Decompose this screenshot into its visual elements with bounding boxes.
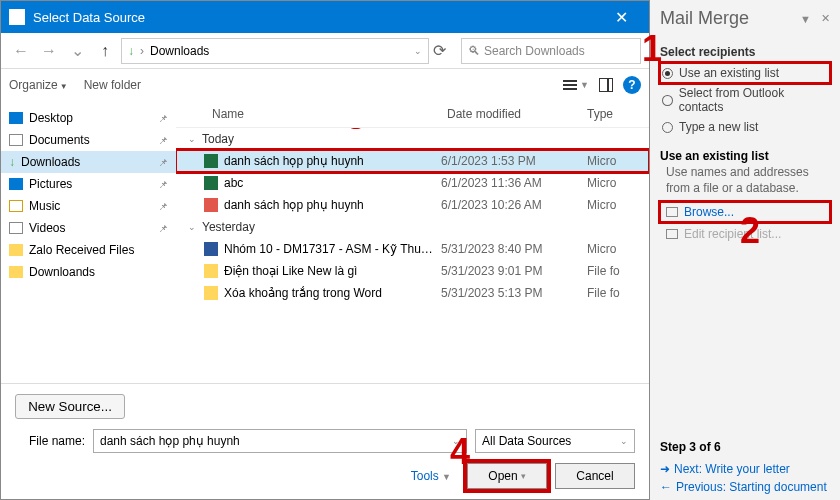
toolbar: Organize▼ New folder ▼ ?	[1, 69, 649, 101]
chevron-down-icon: ⌄	[188, 134, 196, 144]
titlebar: Select Data Source ✕	[1, 1, 649, 33]
file-icon	[204, 286, 218, 300]
sidebar-item[interactable]: Downloands	[1, 261, 176, 283]
radio-icon	[662, 95, 673, 106]
up-button[interactable]: ↑	[93, 39, 117, 63]
radio-group: Use an existing listSelect from Outlook …	[660, 63, 830, 137]
browse-link[interactable]: Browse...	[660, 202, 830, 222]
file-row[interactable]: Điện thoại Like New là gì5/31/2023 9:01 …	[176, 260, 649, 282]
file-icon	[204, 242, 218, 256]
filename-label: File name:	[15, 434, 85, 448]
preview-button[interactable]	[599, 78, 613, 92]
file-row[interactable]: Nhóm 10 - DM17317 - ASM - Kỹ Thuật p...5…	[176, 238, 649, 260]
help-button[interactable]: ?	[623, 76, 641, 94]
filter-select[interactable]: All Data Sources⌄	[475, 429, 635, 453]
file-icon	[204, 176, 218, 190]
radio-icon	[662, 68, 673, 79]
file-group-header[interactable]: ⌄Yesterday	[176, 216, 649, 238]
search-input[interactable]: 🔍︎ Search Downloads	[461, 38, 641, 64]
content-area: Desktop📌︎Documents📌︎↓Downloads📌︎Pictures…	[1, 101, 649, 383]
chevron-down-icon: ⌄	[188, 222, 196, 232]
file-list: 3 ⌄Todaydanh sách họp phụ huynh6/1/2023 …	[176, 128, 649, 383]
app-icon	[9, 9, 25, 25]
existing-list-heading: Use an existing list	[660, 149, 830, 163]
sidebar-item[interactable]: Videos📌︎	[1, 217, 176, 239]
open-button[interactable]: Open ▾	[467, 463, 547, 489]
panel-title: Mail Merge	[660, 8, 749, 29]
panel-header: Mail Merge ▼ ✕	[660, 4, 830, 39]
radio-option[interactable]: Select from Outlook contacts	[660, 83, 830, 117]
folder-icon	[9, 134, 23, 146]
file-row[interactable]: danh sách họp phụ huynh6/1/2023 10:26 AM…	[176, 194, 649, 216]
breadcrumb-text: Downloads	[150, 44, 209, 58]
edit-recipient-link[interactable]: Edit recipient list...	[660, 224, 830, 244]
filename-input[interactable]: danh sách họp phụ huynh⌄	[93, 429, 467, 453]
organize-button[interactable]: Organize▼	[9, 78, 68, 92]
file-icon	[204, 154, 218, 168]
folder-icon	[9, 222, 23, 234]
new-folder-button[interactable]: New folder	[84, 78, 141, 92]
file-row[interactable]: danh sách họp phụ huynh6/1/2023 1:53 PMM…	[176, 150, 649, 172]
chevron-down-icon[interactable]: ⌄	[414, 46, 422, 56]
col-date[interactable]: Date modified	[447, 107, 587, 121]
view-button[interactable]: ▼	[563, 80, 589, 90]
file-area: Name Date modified Type 3 ⌄Todaydanh sác…	[176, 101, 649, 383]
download-icon: ↓	[9, 155, 15, 169]
pin-icon: 📌︎	[158, 179, 168, 190]
folder-icon	[9, 200, 23, 212]
recipients-heading: Select recipients	[660, 45, 830, 59]
pin-icon: 📌︎	[158, 201, 168, 212]
chevron-down-icon[interactable]: ⌄	[65, 39, 89, 63]
sidebar-item[interactable]: ↓Downloads📌︎	[1, 151, 176, 173]
pin-icon: 📌︎	[158, 157, 168, 168]
help-text: Use names and addresses from a file or a…	[660, 163, 830, 198]
file-row[interactable]: Xóa khoảng trắng trong Word5/31/2023 5:1…	[176, 282, 649, 304]
sidebar-item[interactable]: Music📌︎	[1, 195, 176, 217]
close-icon[interactable]: ✕	[601, 8, 641, 27]
col-type[interactable]: Type	[587, 107, 637, 121]
pin-icon: 📌︎	[158, 223, 168, 234]
back-button[interactable]: ←	[9, 39, 33, 63]
step-label: Step 3 of 6	[660, 440, 830, 454]
sidebar-item[interactable]: Pictures📌︎	[1, 173, 176, 195]
sidebar: Desktop📌︎Documents📌︎↓Downloads📌︎Pictures…	[1, 101, 176, 383]
pin-icon: 📌︎	[158, 113, 168, 124]
browse-icon	[666, 207, 678, 217]
chevron-right-icon: ›	[140, 44, 144, 58]
panel-close-icon[interactable]: ✕	[821, 12, 830, 25]
download-icon: ↓	[128, 44, 134, 58]
chevron-down-icon[interactable]: ▼	[800, 13, 811, 25]
folder-icon	[9, 178, 23, 190]
file-header: Name Date modified Type	[176, 101, 649, 128]
breadcrumb[interactable]: ↓ › Downloads ⌄	[121, 38, 429, 64]
new-source-button[interactable]: New Source...	[15, 394, 125, 419]
dialog-title: Select Data Source	[33, 10, 601, 25]
folder-icon	[9, 266, 23, 278]
file-dialog: Select Data Source ✕ ← → ⌄ ↑ ↓ › Downloa…	[0, 0, 650, 500]
tools-button[interactable]: Tools ▼	[411, 469, 451, 483]
nav-bar: ← → ⌄ ↑ ↓ › Downloads ⌄ ⟳ 🔍︎ Search Down…	[1, 33, 649, 69]
sidebar-item[interactable]: Documents📌︎	[1, 129, 176, 151]
folder-icon	[9, 244, 23, 256]
radio-option[interactable]: Use an existing list	[660, 63, 830, 83]
search-icon: 🔍︎	[468, 44, 480, 58]
file-row[interactable]: abc6/1/2023 11:36 AMMicro	[176, 172, 649, 194]
sidebar-item[interactable]: Zalo Received Files	[1, 239, 176, 261]
forward-button[interactable]: →	[37, 39, 61, 63]
prev-step-link[interactable]: ← Previous: Starting document	[660, 478, 830, 496]
sidebar-item[interactable]: Desktop📌︎	[1, 107, 176, 129]
col-name[interactable]: Name	[188, 107, 447, 121]
next-step-link[interactable]: ➜ Next: Write your letter	[660, 460, 830, 478]
folder-icon	[9, 112, 23, 124]
bottom-bar: New Source... File name: danh sách họp p…	[1, 383, 649, 499]
list-icon	[666, 229, 678, 239]
pin-icon: 📌︎	[158, 135, 168, 146]
cancel-button[interactable]: Cancel	[555, 463, 635, 489]
search-placeholder: Search Downloads	[484, 44, 585, 58]
refresh-button[interactable]: ⟳	[433, 41, 457, 60]
file-group-header[interactable]: ⌄Today	[176, 128, 649, 150]
radio-option[interactable]: Type a new list	[660, 117, 830, 137]
file-icon	[204, 264, 218, 278]
radio-icon	[662, 122, 673, 133]
mail-merge-panel: 1 2 Mail Merge ▼ ✕ Select recipients Use…	[650, 0, 840, 500]
